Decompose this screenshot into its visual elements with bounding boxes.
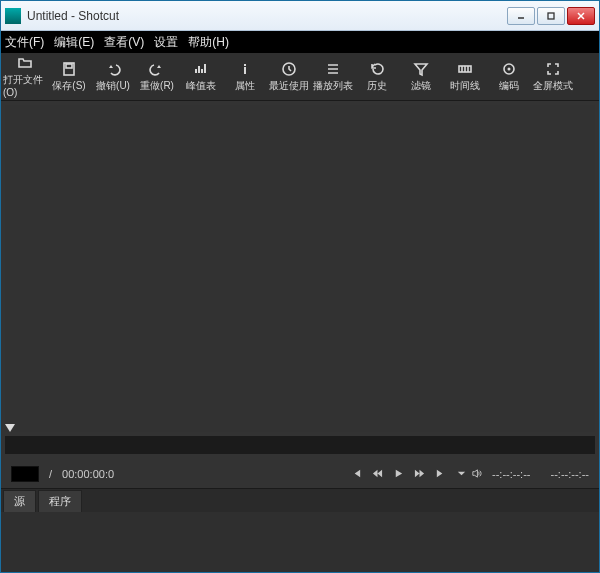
app-window: Untitled - Shotcut 文件(F) 编辑(E) 查看(V) 设置 … — [0, 0, 600, 573]
volume-group — [456, 468, 482, 481]
svg-rect-1 — [548, 13, 554, 19]
time-separator: / — [49, 468, 52, 480]
skip-end-button[interactable] — [435, 468, 446, 481]
undo-button[interactable]: 撤销(U) — [91, 61, 135, 93]
menubar: 文件(F) 编辑(E) 查看(V) 设置 帮助(H) — [1, 31, 599, 53]
undo-icon — [104, 61, 122, 77]
fullscreen-label: 全屏模式 — [533, 79, 573, 93]
fast-forward-button[interactable] — [414, 468, 425, 481]
peak-meter-icon — [192, 61, 210, 77]
tab-program[interactable]: 程序 — [38, 490, 82, 512]
window-buttons — [507, 7, 595, 25]
properties-label: 属性 — [235, 79, 255, 93]
app-icon — [5, 8, 21, 24]
timeline-button[interactable]: 时间线 — [443, 61, 487, 93]
redo-icon — [148, 61, 166, 77]
redo-label: 重做(R) — [140, 79, 174, 93]
bottom-panel — [1, 512, 599, 572]
encode-label: 编码 — [499, 79, 519, 93]
menu-edit[interactable]: 编辑(E) — [54, 34, 94, 51]
playlist-button[interactable]: 播放列表 — [311, 61, 355, 93]
toolbar: 打开文件(O) 保存(S) 撤销(U) 重做(R) 峰值表 属性 最近使用 播 — [1, 53, 599, 101]
fullscreen-button[interactable]: 全屏模式 — [531, 61, 575, 93]
svg-rect-7 — [244, 67, 246, 74]
svg-point-11 — [508, 67, 511, 70]
tab-source[interactable]: 源 — [3, 490, 36, 512]
speaker-icon[interactable] — [471, 468, 482, 481]
history-button[interactable]: 历史 — [355, 61, 399, 93]
menu-view[interactable]: 查看(V) — [104, 34, 144, 51]
playlist-label: 播放列表 — [313, 79, 353, 93]
menu-help[interactable]: 帮助(H) — [188, 34, 229, 51]
recent-button[interactable]: 最近使用 — [267, 61, 311, 93]
timeline-icon — [456, 61, 474, 77]
redo-button[interactable]: 重做(R) — [135, 61, 179, 93]
filters-label: 滤镜 — [411, 79, 431, 93]
open-icon — [16, 55, 34, 71]
clock-icon — [280, 61, 298, 77]
menu-file[interactable]: 文件(F) — [5, 34, 44, 51]
properties-button[interactable]: 属性 — [223, 61, 267, 93]
duration-readout: 00:00:00:0 — [62, 468, 114, 480]
window-title: Untitled - Shotcut — [27, 9, 507, 23]
playhead-marker[interactable] — [5, 424, 15, 432]
save-icon — [60, 61, 78, 77]
rewind-button[interactable] — [372, 468, 383, 481]
menu-settings[interactable]: 设置 — [154, 34, 178, 51]
history-label: 历史 — [367, 79, 387, 93]
undo-label: 撤销(U) — [96, 79, 130, 93]
svg-rect-5 — [66, 64, 72, 68]
out-point-readout: --:--:--:-- — [551, 468, 589, 480]
timecode-readouts: --:--:--:-- --:--:--:-- — [492, 468, 589, 480]
info-icon — [236, 61, 254, 77]
filters-button[interactable]: 滤镜 — [399, 61, 443, 93]
save-button[interactable]: 保存(S) — [47, 61, 91, 93]
maximize-button[interactable] — [537, 7, 565, 25]
preview-area — [5, 105, 595, 432]
skip-start-button[interactable] — [351, 468, 362, 481]
history-icon — [368, 61, 386, 77]
encode-button[interactable]: 编码 — [487, 61, 531, 93]
open-file-button[interactable]: 打开文件(O) — [3, 55, 47, 98]
play-button[interactable] — [393, 468, 404, 481]
save-label: 保存(S) — [52, 79, 85, 93]
svg-rect-6 — [244, 64, 246, 66]
target-icon — [500, 61, 518, 77]
timecode-input[interactable] — [11, 466, 39, 482]
chevron-down-icon[interactable] — [456, 468, 467, 481]
titlebar: Untitled - Shotcut — [1, 1, 599, 31]
recent-label: 最近使用 — [269, 79, 309, 93]
in-point-readout: --:--:--:-- — [492, 468, 530, 480]
scrub-bar[interactable] — [5, 436, 595, 454]
open-label: 打开文件(O) — [3, 73, 47, 98]
timeline-label: 时间线 — [450, 79, 480, 93]
fullscreen-icon — [544, 61, 562, 77]
player-tabs: 源 程序 — [1, 488, 599, 512]
close-button[interactable] — [567, 7, 595, 25]
peak-meter-label: 峰值表 — [186, 79, 216, 93]
transport-controls — [351, 468, 446, 481]
minimize-button[interactable] — [507, 7, 535, 25]
list-icon — [324, 61, 342, 77]
peak-meter-button[interactable]: 峰值表 — [179, 61, 223, 93]
transport-bar: / 00:00:00:0 --:--:--:-- --:--:--:-- — [1, 460, 599, 488]
funnel-icon — [412, 61, 430, 77]
